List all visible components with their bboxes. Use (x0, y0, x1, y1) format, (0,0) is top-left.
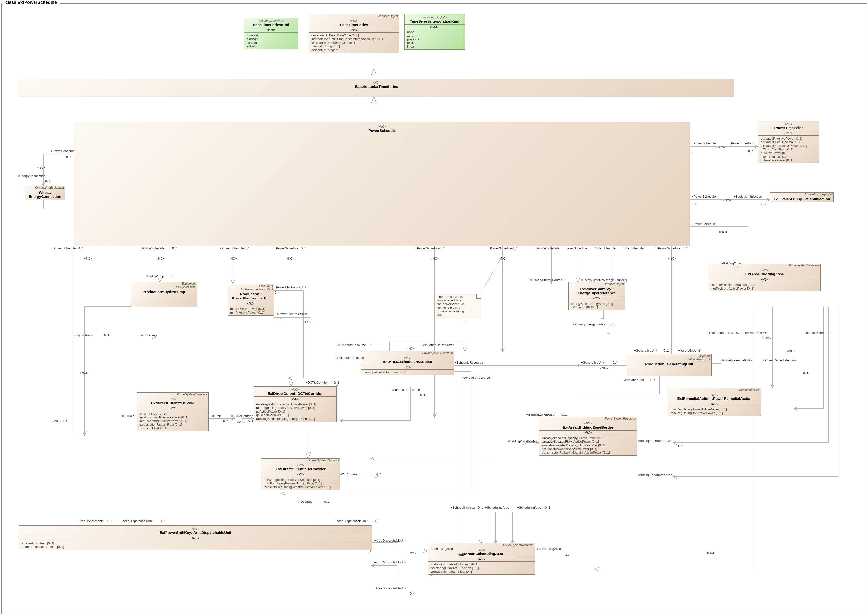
class-powerelectronicsunit: EquipmentExtPowerElectronicsUnit Product… (228, 284, 274, 316)
class-name: BaseIrregularTimeSeries (355, 84, 398, 88)
class-equivalentinjection: EquivalentEquipment Equivalents::Equival… (770, 192, 834, 202)
class-name: Production:: PowerElectronicsUnit (232, 292, 270, 300)
class-name: PowerTimePoint (774, 126, 803, 130)
superclass: IdentifiedObject (309, 14, 399, 18)
class-powertimepoint: «NC»PowerTimePoint «NC» activatedP: Acti… (758, 121, 819, 163)
class-tsinterpolationkind: «enumeration,NC»TimeSeriesInterpolationK… (405, 14, 465, 50)
stereotype: «enumeration,NC» (422, 16, 447, 19)
role: +EnergyConnection (17, 174, 46, 178)
note: The association isonly allowed whenthe p… (435, 294, 481, 318)
class-name: ExtRemedialAction::PowerRemedialAction (677, 396, 751, 401)
class-powerschedule: «NC»PowerSchedule (74, 122, 690, 246)
class-name: TimeSeriesInterpolationKind (410, 19, 459, 24)
class-energyconnection: ConductingEquipment Wires:: EnergyConnec… (25, 186, 65, 200)
class-energytypereference: IdentifiedObject ExtPowerShiftKey:: Ener… (568, 282, 625, 310)
class-name: ExtArea::ScheduleResource (383, 360, 432, 364)
diagram-frame: class ExtPowerSchedule (2, 3, 867, 614)
class-name: Wires:: EnergyConnection (29, 190, 61, 199)
attrs: generatedAtTime: DateTime [0..1]interpol… (309, 33, 399, 53)
class-hydropump: EquipmentExtHydroPump Production::HydroP… (131, 282, 197, 307)
class-name: ExtArea::BiddingZoneBorder (563, 425, 613, 429)
class-tiecorridor: PowerSystemResource «NC»ExtDirectCurent:… (261, 459, 340, 490)
role: +PowerSchedule (50, 149, 75, 153)
class-name: ExtArea::BiddingZone (746, 272, 784, 276)
class-name: ExtDirectCurent::DCTieCorridor (267, 391, 323, 396)
class-name: BaseTimeSeries (340, 23, 368, 27)
class-name: Production::HydroPump (143, 290, 185, 294)
section-literals: literals (405, 25, 465, 29)
class-name: Production::GeneratingUnit (645, 362, 693, 366)
class-scheduleresource: PowerSystemResource «NC»ExtArea::Schedul… (361, 351, 454, 376)
class-name: ExtDirectCurent::DCPole (151, 401, 194, 405)
class-name: BaseTimeSeriesKind (253, 23, 289, 27)
class-biddingzoneborder: PowerSystemResource «NC»ExtArea::Bidding… (539, 416, 637, 456)
literals: nonezeropreviousnextlinear (405, 29, 465, 49)
class-areadispatchableunit: «NC»ExtPowerShiftKey::AreaDispatchableUn… (19, 525, 372, 550)
class-name: ExtArea::SchedulingArea (459, 552, 504, 556)
class-basetimeserieskind: «enumeration,NC»BaseTimeSeriesKind liter… (244, 17, 298, 49)
class-powerremedialaction: RemedialAction «NC»ExtRemedialAction::Po… (668, 388, 761, 416)
superclass: ConductingEquipment (25, 186, 65, 189)
class-name: PowerSchedule (369, 128, 396, 132)
class-name: ExtPowerShiftKey::AreaDispatchableUnit (159, 530, 231, 534)
stereotype: «enumeration,NC» (259, 19, 283, 23)
literals: forecasthindcastscheduleactual (244, 33, 298, 49)
class-basetimeseries: IdentifiedObject «NC»BaseTimeSeries «NC»… (309, 14, 399, 53)
class-name: ExtPowerShiftKey:: EnergyTypeReference (578, 287, 616, 295)
class-dcpole: PowerSystemResource «NC»ExtDirectCurent:… (137, 392, 209, 431)
class-generatingunit: EquipmentExtGeneratingUnit Production::G… (626, 354, 712, 376)
stereotype: «NC» (350, 19, 358, 23)
diagram-canvas: class ExtPowerSchedule (0, 0, 868, 616)
class-dctiecorridor: «NC»ExtDirectCurent::DCTieCorridor «NC» … (254, 386, 337, 422)
section-literals: literals (244, 28, 298, 33)
class-name: Equivalents::EquivalentInjection (774, 197, 830, 201)
class-baseirregulartimeseries: «NC»BaseIrregularTimeSeries (19, 79, 734, 97)
class-biddingzone: PowerSystemResource «NC»ExtArea::Bidding… (709, 264, 821, 291)
class-name: ExtDirectCurent::TieCorridor (276, 467, 326, 471)
